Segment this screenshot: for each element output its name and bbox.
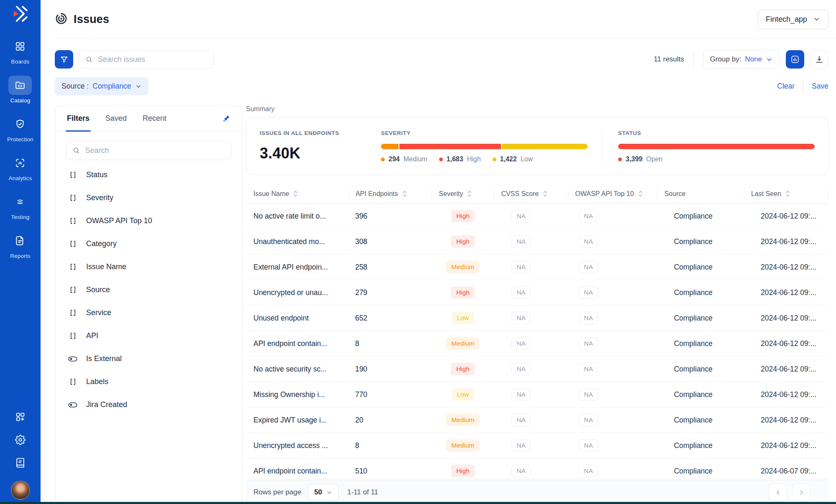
- table-row[interactable]: API endpoint contain... 8 Medium NA NA: [246, 331, 828, 356]
- table-row[interactable]: Unauthenticated mo... 308 High NA NA: [246, 229, 828, 255]
- severity-badge: Medium: [446, 337, 480, 350]
- sidebar-bottom: [11, 412, 30, 504]
- issue-name-cell[interactable]: External API endpoin...: [246, 263, 348, 272]
- filter-item-source[interactable]: Source: [68, 278, 242, 301]
- filter-item-service[interactable]: Service: [68, 301, 242, 324]
- filter-item-is-external[interactable]: Is External: [68, 347, 242, 370]
- cvss-na-badge: NA: [511, 439, 531, 452]
- column-header-api-endpoints[interactable]: API Endpoints: [348, 188, 432, 199]
- sort-icon[interactable]: [293, 190, 298, 197]
- sidebar-item-label: Catalog: [10, 97, 31, 104]
- brackets-icon: [68, 240, 78, 248]
- apps-add-icon[interactable]: [15, 412, 26, 422]
- issue-name-cell[interactable]: No active security sc...: [246, 365, 348, 374]
- issues-search-input[interactable]: [97, 55, 207, 64]
- cvss-score-cell: NA: [494, 261, 568, 273]
- boards-grid-icon: [8, 37, 32, 56]
- issue-name-cell[interactable]: Unauthenticated mo...: [246, 237, 348, 246]
- issue-name-cell[interactable]: No active rate limit o...: [246, 212, 348, 221]
- clear-filters-link[interactable]: Clear: [777, 82, 795, 91]
- owasp-cell: NA: [568, 210, 657, 222]
- column-header-source[interactable]: Source: [657, 188, 744, 199]
- issue-name-cell[interactable]: Missing Ownership i...: [246, 390, 348, 399]
- issues-table: Issue Name API Endpoints Severity C: [246, 184, 828, 504]
- funnel-icon: [60, 55, 69, 64]
- severity-badge: High: [451, 235, 475, 248]
- filter-item-issue-name[interactable]: Issue Name: [68, 255, 242, 278]
- pin-panel-button[interactable]: [222, 114, 230, 123]
- sort-icon[interactable]: [543, 190, 547, 197]
- next-page-button[interactable]: [793, 484, 810, 501]
- filter-item-jira-created[interactable]: Jira Created: [68, 393, 242, 416]
- cvss-score-cell: NA: [494, 414, 568, 426]
- sidebar-item-analytics[interactable]: Analytics: [8, 153, 32, 181]
- docs-book-icon[interactable]: [15, 458, 26, 468]
- filter-item-category[interactable]: Category: [68, 232, 242, 255]
- filter-item-api[interactable]: API: [68, 324, 242, 347]
- chart-view-button[interactable]: [786, 50, 804, 69]
- issue-name-cell[interactable]: API endpoint contain...: [246, 339, 348, 348]
- rows-per-page-select[interactable]: 50: [308, 484, 339, 501]
- sort-icon[interactable]: [467, 190, 472, 197]
- download-button[interactable]: [810, 50, 828, 69]
- app-selector[interactable]: Fintech_app: [758, 10, 828, 29]
- tab-recent[interactable]: Recent: [143, 106, 166, 131]
- pagination-range: 1-11 of 11: [347, 488, 378, 496]
- sidebar-item-reports[interactable]: Reports: [8, 231, 32, 259]
- group-by-select[interactable]: Group by: None: [703, 50, 780, 69]
- sort-icon[interactable]: [638, 190, 643, 197]
- filter-search[interactable]: [66, 141, 231, 160]
- source-filter-chip[interactable]: Source : Compliance: [55, 77, 148, 95]
- table-row[interactable]: External API endpoin... 258 Medium NA NA: [246, 255, 828, 280]
- table-row[interactable]: API endpoint contain... 510 High NA NA: [246, 458, 828, 484]
- column-header-issue-name[interactable]: Issue Name: [246, 188, 348, 199]
- table-row[interactable]: No active security sc... 190 High NA NA: [246, 356, 828, 382]
- issue-name-cell[interactable]: Expired JWT usage i...: [246, 416, 348, 425]
- sort-icon[interactable]: [402, 190, 407, 197]
- severity-legend: 294 Medium 1,683 High 1,422: [381, 155, 588, 163]
- previous-page-button[interactable]: [769, 484, 787, 501]
- column-label: API Endpoints: [355, 190, 398, 198]
- chevron-left-icon: [775, 489, 782, 496]
- table-row[interactable]: No active rate limit o... 396 High NA NA: [246, 204, 828, 229]
- issue-name-cell[interactable]: Unused endpoint: [246, 314, 348, 323]
- sidebar-item-label: Analytics: [9, 175, 32, 181]
- issues-search[interactable]: [79, 50, 214, 69]
- table-row[interactable]: Expired JWT usage i... 20 Medium NA NA: [246, 407, 828, 433]
- sidebar-item-protection[interactable]: Protection: [7, 115, 33, 143]
- issue-name-cell[interactable]: API endpoint contain...: [246, 467, 348, 476]
- owasp-na-badge: NA: [579, 439, 598, 452]
- sidebar-item-catalog[interactable]: Catalog: [8, 76, 32, 104]
- tab-saved[interactable]: Saved: [105, 106, 127, 131]
- tab-filters[interactable]: Filters: [67, 106, 89, 131]
- summary-severity-block: SEVERITY 294 Medium: [381, 130, 600, 163]
- filter-item-owasp[interactable]: OWASP API Top 10: [68, 209, 242, 232]
- user-avatar[interactable]: [11, 481, 30, 500]
- issue-name-cell[interactable]: Unencrypted access ...: [246, 441, 348, 450]
- sort-icon[interactable]: [785, 190, 790, 197]
- issue-name-cell[interactable]: Unencrypted or unau...: [246, 288, 348, 297]
- save-filters-link[interactable]: Save: [812, 82, 828, 91]
- filter-item-severity[interactable]: Severity: [68, 186, 242, 209]
- table-row[interactable]: Unencrypted access ... 8 Medium NA NA: [246, 433, 828, 458]
- title-group: Issues: [55, 12, 109, 27]
- sidebar-item-boards[interactable]: Boards: [8, 37, 32, 65]
- filter-button[interactable]: [55, 50, 73, 69]
- app-logo[interactable]: [11, 5, 30, 24]
- column-header-owasp[interactable]: OWASP API Top 10: [568, 188, 657, 199]
- filter-search-input[interactable]: [84, 146, 225, 155]
- column-header-severity[interactable]: Severity: [432, 188, 494, 199]
- sidebar-item-testing[interactable]: Testing: [8, 192, 32, 220]
- filter-item-labels[interactable]: Labels: [68, 370, 242, 393]
- table-row[interactable]: Missing Ownership i... 770 Low NA NA: [246, 382, 828, 407]
- column-header-last-seen[interactable]: Last Seen: [744, 188, 828, 199]
- last-seen-cell: 2024-06-12 09:...: [744, 441, 828, 450]
- shield-check-icon: [8, 115, 32, 134]
- column-header-cvss-score[interactable]: CVSS Score: [494, 188, 568, 199]
- source-cell: Compliance: [657, 212, 744, 221]
- table-row[interactable]: Unencrypted or unau... 279 High NA NA: [246, 280, 828, 305]
- filter-item-status[interactable]: Status: [68, 163, 242, 186]
- source-cell: Compliance: [657, 288, 744, 297]
- settings-gear-icon[interactable]: [15, 435, 26, 445]
- table-row[interactable]: Unused endpoint 652 Low NA NA Comp: [246, 305, 828, 331]
